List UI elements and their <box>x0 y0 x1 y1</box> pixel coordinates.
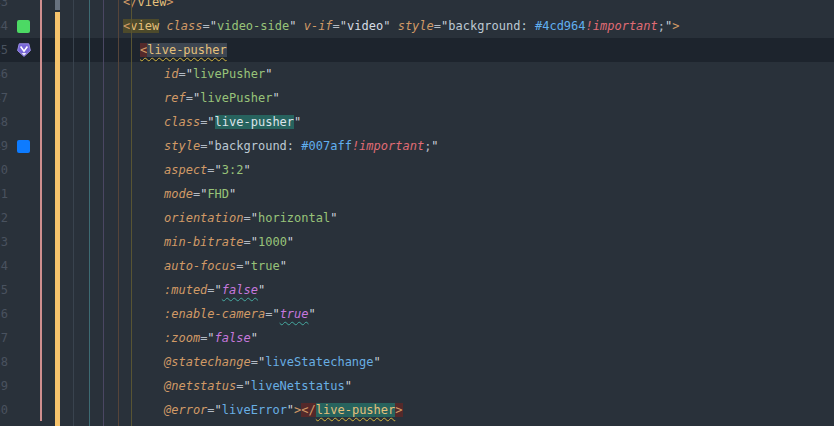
line-number: 43 <box>0 0 8 14</box>
indent-guide <box>118 0 119 426</box>
code-line[interactable]: 52orientation="horizontal" <box>0 206 834 230</box>
code-line[interactable]: 43</view> <box>0 0 834 14</box>
code-line[interactable]: 53min-bitrate="1000" <box>0 230 834 254</box>
code-line[interactable]: 51mode="FHD" <box>0 182 834 206</box>
component-icon[interactable] <box>16 42 32 58</box>
code-line[interactable]: 56:enable-camera="true" <box>0 302 834 326</box>
code-line[interactable]: 45<live-pusher <box>0 38 834 62</box>
code-text: ref="livePusher" <box>164 86 280 110</box>
code-text: :zoom="false" <box>164 326 258 350</box>
line-number: 58 <box>0 350 8 374</box>
line-number: 51 <box>0 182 8 206</box>
code-text: style="background: #007aff!important;" <box>164 134 439 158</box>
code-text: aspect="3:2" <box>164 158 251 182</box>
code-text: class="live-pusher" <box>164 110 301 134</box>
code-line[interactable]: 47ref="livePusher" <box>0 86 834 110</box>
line-number: 55 <box>0 278 8 302</box>
code-text: id="livePusher" <box>164 62 272 86</box>
line-number: 53 <box>0 230 8 254</box>
code-line[interactable]: 46id="livePusher" <box>0 62 834 86</box>
code-text: :muted="false" <box>164 278 265 302</box>
code-line[interactable]: 60@error="liveError"></live-pusher> <box>0 398 834 422</box>
line-number: 56 <box>0 302 8 326</box>
indent-guide <box>89 0 90 426</box>
color-swatch-green-icon[interactable] <box>17 20 30 33</box>
line-number: 60 <box>0 398 8 422</box>
line-number: 50 <box>0 158 8 182</box>
line-number: 52 <box>0 206 8 230</box>
line-number: 47 <box>0 86 8 110</box>
line-number: 57 <box>0 326 8 350</box>
code-line[interactable]: 49style="background: #007aff!important;" <box>0 134 834 158</box>
code-line[interactable]: 57:zoom="false" <box>0 326 834 350</box>
code-line[interactable]: 44<view class="video-side" v-if="video" … <box>0 14 834 38</box>
indent-guide <box>103 0 104 426</box>
code-text: :enable-camera="true" <box>164 302 316 326</box>
line-number: 45 <box>0 38 8 62</box>
code-text: auto-focus="true" <box>164 254 287 278</box>
line-number: 46 <box>0 62 8 86</box>
line-number: 44 <box>0 14 8 38</box>
code-editor[interactable]: 43</view>44<view class="video-side" v-if… <box>0 0 834 426</box>
code-text: mode="FHD" <box>164 182 236 206</box>
code-line[interactable]: 58@statechange="liveStatechange" <box>0 350 834 374</box>
code-text: @statechange="liveStatechange" <box>164 350 381 374</box>
indent-guide <box>73 0 74 426</box>
code-text: min-bitrate="1000" <box>164 230 294 254</box>
code-line[interactable]: 59@netstatus="liveNetstatus" <box>0 374 834 398</box>
code-text: @netstatus="liveNetstatus" <box>164 374 352 398</box>
indent-guide <box>131 0 132 426</box>
code-text: <live-pusher <box>140 38 227 62</box>
color-swatch-blue-icon[interactable] <box>17 140 30 153</box>
code-line[interactable]: 48class="live-pusher" <box>0 110 834 134</box>
git-change-bar <box>55 12 60 426</box>
change-bar-top <box>55 0 60 10</box>
code-line[interactable]: 54auto-focus="true" <box>0 254 834 278</box>
code-line[interactable]: 50aspect="3:2" <box>0 158 834 182</box>
line-number: 48 <box>0 110 8 134</box>
line-number: 49 <box>0 134 8 158</box>
line-number: 54 <box>0 254 8 278</box>
line-number: 59 <box>0 374 8 398</box>
code-line[interactable]: 55:muted="false" <box>0 278 834 302</box>
code-text: <view class="video-side" v-if="video" st… <box>123 14 679 38</box>
code-text: orientation="horizontal" <box>164 206 337 230</box>
indent-guide <box>40 0 42 421</box>
code-text: @error="liveError"></live-pusher> <box>164 398 403 422</box>
